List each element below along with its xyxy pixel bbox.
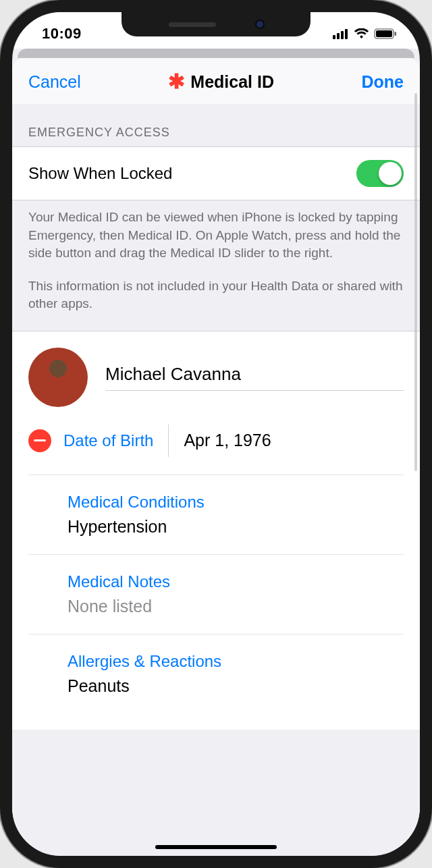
wifi-icon — [354, 28, 369, 39]
front-camera — [256, 21, 263, 28]
svg-rect-1 — [337, 33, 340, 39]
profile-header: Michael Cavanna — [28, 348, 404, 407]
allergies-row[interactable]: Allergies & Reactions Peanuts — [28, 634, 404, 713]
dob-value[interactable]: Apr 1, 1976 — [184, 431, 271, 450]
notch — [122, 12, 310, 36]
phone-frame: 10:09 Cancel ✱ Medical ID Done EMERGENCY… — [0, 0, 432, 868]
medical-id-icon: ✱ — [168, 72, 185, 92]
svg-rect-5 — [376, 30, 392, 37]
scrollbar[interactable] — [414, 104, 417, 471]
allergies-value: Peanuts — [68, 676, 221, 696]
name-field[interactable]: Michael Cavanna — [105, 364, 404, 391]
nav-bar: Cancel ✱ Medical ID Done — [12, 58, 420, 104]
cancel-button[interactable]: Cancel — [28, 72, 81, 92]
svg-rect-3 — [345, 29, 348, 39]
cellular-icon — [333, 28, 349, 39]
conditions-row[interactable]: Medical Conditions Hypertension — [28, 475, 404, 555]
nav-title: ✱ Medical ID — [168, 72, 274, 92]
battery-icon — [374, 28, 397, 39]
show-when-locked-cell: Show When Locked — [12, 146, 420, 200]
status-icons — [333, 28, 397, 39]
home-indicator[interactable] — [155, 845, 277, 849]
svg-rect-2 — [341, 31, 344, 39]
name-value: Michael Cavanna — [105, 364, 404, 385]
profile-section: Michael Cavanna Date of Birth Apr 1, 197… — [12, 331, 420, 730]
speaker-grille — [169, 22, 216, 27]
divider — [168, 425, 169, 457]
notes-value: None listed — [68, 597, 170, 616]
section-footer-emergency: Your Medical ID can be viewed when iPhon… — [12, 200, 420, 331]
content-scroll[interactable]: EMERGENCY ACCESS Show When Locked Your M… — [12, 104, 420, 856]
done-button[interactable]: Done — [361, 72, 404, 92]
svg-rect-0 — [333, 35, 335, 39]
notes-row[interactable]: Medical Notes None listed — [28, 555, 404, 634]
status-time: 10:09 — [42, 25, 82, 43]
footer-paragraph-1: Your Medical ID can be viewed when iPhon… — [28, 209, 404, 263]
allergies-label: Allergies & Reactions — [68, 652, 221, 671]
footer-paragraph-2: This information is not included in your… — [28, 277, 404, 313]
modal-sheet: Cancel ✱ Medical ID Done EMERGENCY ACCES… — [12, 58, 420, 856]
switch-knob — [379, 162, 402, 185]
notes-label: Medical Notes — [68, 572, 170, 591]
conditions-label: Medical Conditions — [68, 493, 205, 512]
svg-rect-6 — [395, 32, 397, 36]
dob-row: Date of Birth Apr 1, 1976 — [28, 407, 404, 475]
dob-label: Date of Birth — [63, 431, 153, 450]
show-when-locked-switch[interactable] — [356, 160, 404, 187]
delete-dob-button[interactable] — [28, 429, 51, 452]
avatar[interactable] — [28, 348, 88, 407]
show-when-locked-label: Show When Locked — [28, 164, 172, 183]
modal-backdrop-hint — [18, 49, 414, 58]
screen: 10:09 Cancel ✱ Medical ID Done EMERGENCY… — [12, 12, 420, 856]
nav-title-text: Medical ID — [190, 72, 274, 92]
section-header-emergency: EMERGENCY ACCESS — [12, 104, 420, 146]
conditions-value: Hypertension — [68, 517, 205, 537]
